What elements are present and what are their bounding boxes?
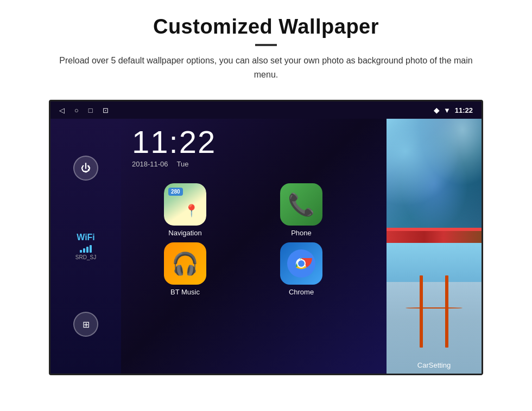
phone-label: Phone bbox=[291, 229, 312, 237]
page-title: Customized Wallpaper bbox=[33, 15, 499, 38]
wifi-icon: ▼ bbox=[444, 106, 451, 114]
wifi-label: WiFi bbox=[75, 233, 96, 242]
back-icon[interactable]: ◁ bbox=[59, 106, 65, 114]
screen-main: 11:22 2018-11-06 Tue ⏮ B bbox=[121, 119, 482, 374]
device-screen: ◁ ○ □ ⊡ ◆ ▼ 11:22 ⏻ WiFi bbox=[49, 100, 483, 375]
wifi-bar-2 bbox=[83, 248, 85, 253]
phone-icon: 📞 bbox=[280, 183, 322, 226]
wallpaper-ice[interactable] bbox=[387, 119, 482, 228]
app-item-phone[interactable]: 📞 Phone bbox=[246, 183, 357, 237]
bridge-background bbox=[387, 282, 482, 374]
status-bar: ◁ ○ □ ⊡ ◆ ▼ 11:22 bbox=[50, 101, 482, 119]
date-text: 2018-11-06 bbox=[132, 160, 168, 168]
page-header: Customized Wallpaper Preload over 5 defa… bbox=[0, 0, 532, 91]
bridge-tower-left bbox=[420, 275, 423, 348]
nav-route-badge: 280 bbox=[168, 188, 183, 196]
nav-buttons: ◁ ○ □ ⊡ bbox=[59, 106, 109, 114]
chrome-svg bbox=[287, 249, 315, 278]
page-subtitle: Preload over 5 default wallpaper options… bbox=[54, 54, 478, 81]
screenshot-icon[interactable]: ⊡ bbox=[103, 106, 109, 114]
app-item-bt-music[interactable]: 🎧 BT Music bbox=[130, 242, 240, 296]
wifi-bar-4 bbox=[90, 245, 92, 253]
app-item-navigation[interactable]: 280 📍 Navigation bbox=[130, 183, 240, 237]
status-time: 11:22 bbox=[455, 106, 473, 114]
status-indicators: ◆ ▼ 11:22 bbox=[434, 106, 473, 114]
navigation-icon: 280 📍 bbox=[164, 183, 206, 226]
location-icon: ◆ bbox=[434, 106, 439, 114]
screen-body: ⏻ WiFi SRD_SJ ⊞ 11:22 bbox=[50, 119, 482, 374]
wifi-ssid: SRD_SJ bbox=[75, 254, 96, 260]
chrome-label: Chrome bbox=[289, 288, 314, 296]
power-button[interactable]: ⏻ bbox=[73, 156, 98, 181]
main-content: ◁ ○ □ ⊡ ◆ ▼ 11:22 ⏻ WiFi bbox=[0, 91, 532, 375]
wallpaper-bridge[interactable]: CarSetting bbox=[387, 243, 482, 374]
bridge-tower-right bbox=[445, 275, 448, 348]
nav-pin-icon: 📍 bbox=[184, 204, 199, 218]
navigation-label: Navigation bbox=[168, 229, 201, 237]
app-item-chrome[interactable]: Chrome bbox=[246, 242, 357, 296]
wifi-signal-bars bbox=[75, 244, 96, 253]
carsetting-label: CarSetting bbox=[387, 361, 482, 369]
wallpaper-mid bbox=[387, 228, 482, 243]
recents-icon[interactable]: □ bbox=[88, 106, 93, 114]
home-icon[interactable]: ○ bbox=[74, 106, 79, 114]
apps-grid-button[interactable]: ⊞ bbox=[73, 312, 98, 337]
wifi-bar-1 bbox=[80, 250, 82, 253]
bridge-cable bbox=[406, 307, 463, 309]
sidebar: ⏻ WiFi SRD_SJ ⊞ bbox=[50, 119, 121, 374]
wallpaper-previews: CarSetting bbox=[387, 119, 482, 374]
title-divider bbox=[255, 44, 277, 46]
chrome-icon bbox=[280, 242, 322, 285]
wifi-bar-3 bbox=[86, 247, 88, 253]
svg-point-3 bbox=[298, 260, 305, 267]
wifi-widget: WiFi SRD_SJ bbox=[75, 233, 96, 260]
bt-music-label: BT Music bbox=[170, 288, 200, 296]
day-text: Tue bbox=[177, 160, 189, 168]
bt-music-icon: 🎧 bbox=[164, 242, 206, 285]
ice-shapes bbox=[387, 119, 482, 228]
